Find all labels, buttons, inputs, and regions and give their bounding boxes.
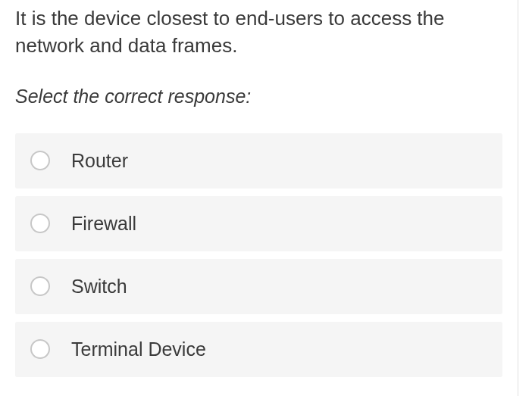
option-label: Firewall: [71, 213, 136, 235]
options-list: Router Firewall Switch Terminal Device: [15, 133, 502, 377]
option-router[interactable]: Router: [15, 133, 502, 189]
option-firewall[interactable]: Firewall: [15, 196, 502, 251]
option-terminal-device[interactable]: Terminal Device: [15, 322, 502, 377]
option-label: Router: [71, 150, 128, 172]
question-instruction: Select the correct response:: [15, 86, 502, 108]
radio-icon: [30, 276, 50, 296]
option-label: Terminal Device: [71, 338, 206, 360]
quiz-question-panel: It is the device closest to end-users to…: [0, 0, 518, 396]
radio-icon: [30, 339, 50, 359]
radio-icon: [30, 214, 50, 233]
option-label: Switch: [71, 276, 127, 298]
option-switch[interactable]: Switch: [15, 259, 502, 314]
question-text: It is the device closest to end-users to…: [15, 5, 502, 60]
radio-icon: [30, 151, 50, 170]
